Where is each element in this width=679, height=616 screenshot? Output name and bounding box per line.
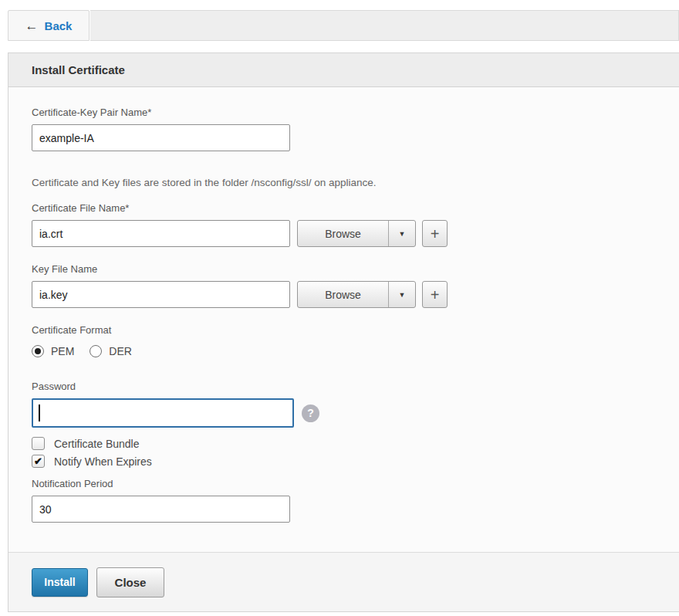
cert-add-button[interactable]: + (422, 220, 448, 247)
text-cursor (39, 404, 40, 421)
notify-when-expires-checkbox[interactable] (32, 455, 45, 468)
cert-key-pair-field: Certificate-Key Pair Name* (32, 107, 656, 151)
panel-body: Certificate-Key Pair Name* Certificate a… (8, 87, 679, 523)
key-file-field: Key File Name Browse ▼ + (32, 263, 656, 308)
key-file-name-label: Key File Name (32, 263, 656, 275)
cert-file-field: Certificate File Name* Browse ▼ + (32, 202, 656, 247)
cert-file-row: Browse ▼ + (32, 220, 656, 247)
pem-radio-label[interactable]: PEM (51, 345, 74, 357)
password-input[interactable] (32, 398, 294, 428)
notification-period-input[interactable] (32, 496, 290, 523)
tab-bar-filler (90, 10, 679, 41)
cert-browse-button[interactable]: Browse ▼ (297, 220, 416, 247)
der-radio-label[interactable]: DER (109, 345, 132, 357)
chevron-down-icon[interactable]: ▼ (389, 221, 415, 246)
certificate-bundle-label[interactable]: Certificate Bundle (54, 438, 140, 450)
password-row: ? (32, 398, 656, 428)
page: ← Back Install Certificate Certificate-K… (0, 0, 679, 616)
storage-location-note: Certificate and Key files are stored in … (32, 177, 656, 188)
back-button[interactable]: ← Back (8, 10, 90, 41)
certificate-format-field: Certificate Format PEM DER (32, 324, 656, 357)
notify-when-expires-row: Notify When Expires (32, 455, 656, 468)
certificate-bundle-checkbox[interactable] (32, 437, 45, 450)
pem-radio[interactable] (32, 345, 44, 357)
install-button[interactable]: Install (32, 568, 88, 597)
key-add-button[interactable]: + (422, 281, 448, 308)
key-browse-label: Browse (298, 282, 389, 307)
cert-key-pair-name-input[interactable] (32, 124, 290, 151)
notify-when-expires-label[interactable]: Notify When Expires (54, 455, 152, 468)
certificate-format-label: Certificate Format (32, 324, 656, 336)
key-file-name-input[interactable] (32, 281, 290, 308)
notification-period-field: Notification Period (32, 478, 656, 523)
checkbox-group: Certificate Bundle Notify When Expires (32, 437, 656, 468)
panel-header: Install Certificate (8, 53, 679, 87)
chevron-down-icon[interactable]: ▼ (389, 282, 415, 307)
cert-key-pair-name-label: Certificate-Key Pair Name* (32, 107, 656, 118)
tab-bar: ← Back (8, 10, 679, 41)
password-label: Password (32, 381, 656, 392)
panel-footer: Install Close (8, 552, 679, 611)
close-button[interactable]: Close (96, 567, 164, 597)
cert-browse-label: Browse (298, 221, 389, 246)
password-field: Password ? (32, 381, 656, 428)
key-browse-button[interactable]: Browse ▼ (297, 281, 416, 308)
cert-file-name-label: Certificate File Name* (32, 202, 656, 214)
key-file-row: Browse ▼ + (32, 281, 656, 308)
panel-title: Install Certificate (32, 63, 125, 76)
back-arrow-icon: ← (25, 19, 39, 32)
back-label: Back (45, 19, 73, 32)
help-icon[interactable]: ? (302, 404, 319, 422)
format-radio-group: PEM DER (32, 345, 656, 357)
cert-file-name-input[interactable] (32, 220, 290, 247)
notification-period-label: Notification Period (32, 478, 656, 489)
install-certificate-panel: Install Certificate Certificate-Key Pair… (8, 52, 679, 612)
der-radio[interactable] (90, 345, 102, 357)
certificate-bundle-row: Certificate Bundle (32, 437, 656, 450)
